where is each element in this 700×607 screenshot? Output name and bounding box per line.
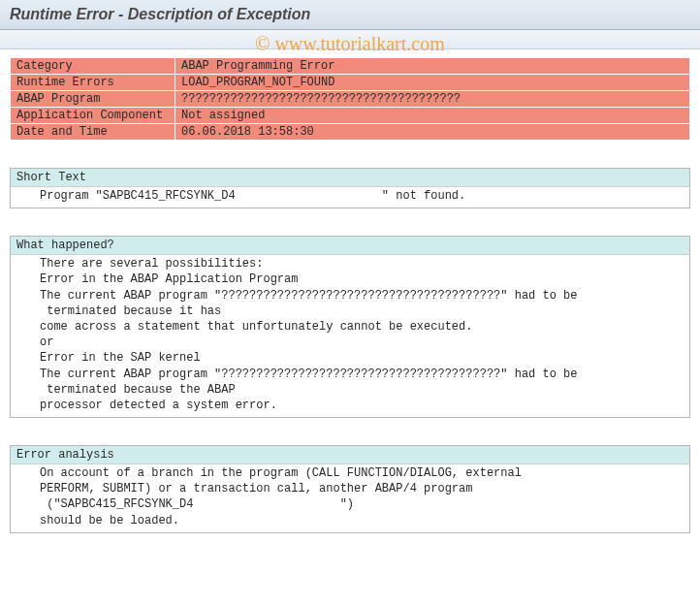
- error-info-table: Category ABAP Programming Error Runtime …: [10, 57, 690, 141]
- table-row: Date and Time 06.06.2018 13:58:30: [11, 124, 690, 141]
- text-line: ("SAPBC415_RFCSYNK_D4 "): [16, 496, 684, 512]
- table-row: Application Component Not assigned: [11, 108, 690, 124]
- info-label: Category: [11, 58, 175, 75]
- table-row: Category ABAP Programming Error: [11, 58, 690, 75]
- info-label: Runtime Errors: [11, 75, 175, 91]
- page-title: Runtime Error - Description of Exception: [10, 6, 690, 23]
- text-line: On account of a branch in the program (C…: [16, 465, 684, 481]
- text-line: or: [16, 335, 684, 350]
- section-header: What happened?: [11, 236, 689, 255]
- text-line: Program "SAPBC415_RFCSYNK_D4 " not found…: [16, 188, 684, 204]
- section-header: Short Text: [11, 168, 689, 187]
- text-line: Error in the ABAP Application Program: [16, 272, 684, 287]
- info-value: 06.06.2018 13:58:30: [175, 124, 690, 141]
- text-line: terminated because the ABAP: [16, 382, 684, 398]
- table-row: Runtime Errors LOAD_PROGRAM_NOT_FOUND: [11, 75, 690, 91]
- short-text-section: Short Text Program "SAPBC415_RFCSYNK_D4 …: [10, 168, 690, 208]
- content-area: Category ABAP Programming Error Runtime …: [0, 49, 700, 533]
- error-analysis-section: Error analysis On account of a branch in…: [10, 445, 690, 533]
- section-body: There are several possibilities: Error i…: [11, 255, 689, 417]
- info-label: Application Component: [11, 108, 175, 124]
- text-line: terminated because it has: [16, 304, 684, 319]
- text-line: The current ABAP program "??????????????…: [16, 367, 684, 382]
- info-value: LOAD_PROGRAM_NOT_FOUND: [175, 75, 690, 91]
- section-header: Error analysis: [11, 445, 689, 464]
- section-body: Program "SAPBC415_RFCSYNK_D4 " not found…: [11, 187, 689, 208]
- what-happened-section: What happened? There are several possibi…: [10, 236, 690, 418]
- section-body: On account of a branch in the program (C…: [11, 464, 689, 532]
- info-value: ABAP Programming Error: [175, 58, 690, 75]
- text-line: should be be loaded.: [16, 513, 684, 528]
- text-line: There are several possibilities:: [16, 256, 684, 272]
- text-line: The current ABAP program "??????????????…: [16, 288, 684, 304]
- text-line: PERFORM, SUBMIT) or a transaction call, …: [16, 481, 684, 496]
- text-line: processor detected a system error.: [16, 398, 684, 413]
- info-label: Date and Time: [11, 124, 175, 141]
- info-label: ABAP Program: [11, 91, 175, 108]
- titlebar: Runtime Error - Description of Exception: [0, 0, 700, 30]
- toolbar: [0, 30, 700, 49]
- info-value: ????????????????????????????????????????: [175, 91, 690, 108]
- text-line: Error in the SAP kernel: [16, 350, 684, 366]
- table-row: ABAP Program ???????????????????????????…: [11, 91, 690, 108]
- info-value: Not assigned: [175, 108, 690, 124]
- text-line: come across a statement that unfortunate…: [16, 319, 684, 335]
